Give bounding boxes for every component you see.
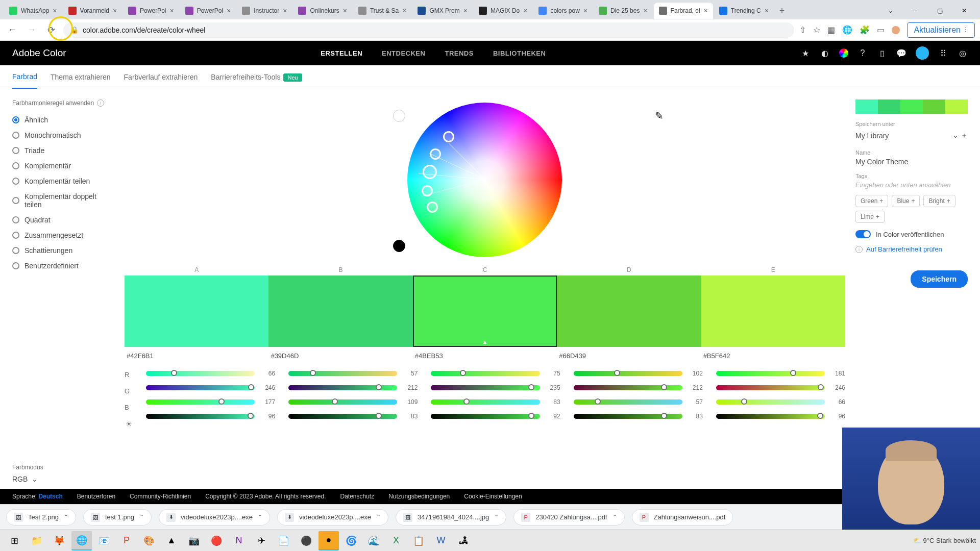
app-icon[interactable]: 📄 [274,531,294,550]
app-logo[interactable]: Adobe Color [12,47,66,59]
slider-r[interactable]: 102 [574,370,703,377]
wheel-handle-main[interactable] [423,165,437,179]
tag-chip[interactable]: Blue+ [892,195,920,207]
color-wheel-area[interactable]: ✎ [398,99,572,260]
app-icon[interactable]: 📋 [408,531,429,550]
theme-name-input[interactable]: My Color Theme [855,158,968,166]
download-item[interactable]: ⬇videodeluxe2023p....exe⌃ [277,509,388,525]
browser-tab[interactable]: colors pow× [533,3,593,19]
close-icon[interactable]: × [765,7,769,15]
download-item[interactable]: PZahlungsanweisun....pdf [632,509,733,525]
swatch-d[interactable] [557,276,701,347]
browser-tab[interactable]: Trust & Sa× [353,3,411,19]
browser-tab[interactable]: PowerPoi× [180,3,236,19]
slider-b[interactable]: 66 [716,398,845,406]
vlc-icon[interactable]: ▲ [161,531,182,550]
close-icon[interactable]: × [53,7,57,15]
slider-g[interactable]: 246 [716,384,845,391]
language-link[interactable]: Deutsch [38,493,62,500]
refresh-button[interactable]: Aktualisieren⋮ [907,22,975,38]
radio-komplementaer[interactable]: Komplementär [12,162,114,170]
apps-icon[interactable]: ⠿ [938,48,948,58]
library-select[interactable]: My Library⌄ ＋ [855,129,968,142]
chrome-icon[interactable]: 🌐 [71,531,92,550]
browser-tab-active[interactable]: Farbrad, ei× [654,3,713,19]
book-icon[interactable]: ▯ [877,48,887,58]
globe-icon[interactable]: 🌐 [842,25,852,35]
slider-l[interactable]: 92 [431,413,560,420]
hex-value[interactable]: #39D46D [268,352,412,360]
swatch-a[interactable] [125,276,268,347]
onenote-icon[interactable]: N [229,531,249,550]
eyedropper-icon[interactable]: ✎ [655,110,664,122]
tag-chip[interactable]: Bright+ [923,195,955,207]
app-icon[interactable]: 🌀 [341,531,361,550]
star-icon[interactable]: ☆ [813,25,820,35]
swatch-e[interactable] [701,276,845,347]
browser-tab[interactable]: Trending C× [714,3,774,19]
tag-chip[interactable]: Lime+ [855,211,885,223]
app-icon[interactable]: 🔴 [206,531,227,550]
slider-r[interactable]: 66 [146,370,275,377]
extension-icon[interactable]: ▦ [827,25,835,35]
radio-triade[interactable]: Triade [12,146,114,155]
back-icon[interactable]: ← [5,23,19,37]
swatch-b[interactable] [268,276,412,347]
moon-icon[interactable]: ◐ [820,48,830,58]
footer-link[interactable]: Datenschutz [340,493,374,500]
share-icon[interactable]: ⇧ [799,25,806,35]
white-dot[interactable] [393,110,405,122]
powerpoint-icon[interactable]: P [116,531,137,550]
radio-benutzer[interactable]: Benutzerdefiniert [12,262,114,270]
close-icon[interactable]: × [227,7,231,15]
maximize-icon[interactable]: ▢ [928,3,951,19]
hex-value[interactable]: #66D439 [557,352,701,360]
edge-icon[interactable]: 🌊 [363,531,384,550]
chevron-up-icon[interactable]: ⌃ [376,514,381,520]
profile-avatar[interactable] [892,26,900,34]
radio-zusammen[interactable]: Zusammengesetzt [12,231,114,239]
close-icon[interactable]: × [583,7,587,15]
radio-aehnlich[interactable]: Ähnlich [12,116,114,124]
browser-tab[interactable]: WhatsApp× [4,3,62,19]
close-icon[interactable]: × [113,7,117,15]
save-button[interactable]: Speichern [911,270,968,288]
a11y-check-link[interactable]: i Auf Barrierefreiheit prüfen [855,245,968,253]
download-item[interactable]: P230420 Zahlungsa....pdf⌃ [513,509,624,525]
nav-erstellen[interactable]: ERSTELLEN [321,49,362,57]
reload-icon[interactable]: ⟳ [44,23,58,37]
slider-l[interactable]: 96 [716,413,845,420]
close-icon[interactable]: × [169,7,174,15]
slider-l[interactable]: 96 [146,413,275,420]
app-icon[interactable]: 📷 [184,531,204,550]
radio-quadrat[interactable]: Quadrat [12,216,114,224]
tab-farbverlauf[interactable]: Farbverlauf extrahieren [124,73,198,88]
radio-mono[interactable]: Monochromatisch [12,131,114,139]
slider-b[interactable]: 177 [146,398,275,406]
chevron-up-icon[interactable]: ⌃ [64,514,68,520]
farbmodus-select[interactable]: RGB⌄ [12,475,114,483]
chevron-up-icon[interactable]: ⌃ [494,514,499,520]
browser-tab[interactable]: Instructor× [237,3,292,19]
slider-r[interactable]: 75 [431,370,560,377]
tab-farbrad[interactable]: Farbrad [12,72,37,89]
explorer-icon[interactable]: 📁 [27,531,47,550]
app-icon[interactable]: ● [318,531,339,550]
wheel-handle[interactable] [422,185,433,196]
slider-r[interactable]: 181 [716,370,845,377]
browser-tab[interactable]: MAGIX Do× [474,3,533,19]
address-bar[interactable]: 🔒 color.adobe.com/de/create/color-wheel [63,22,794,38]
nav-entdecken[interactable]: ENTDECKEN [382,49,425,57]
tab-barrierefreiheit[interactable]: Barrierefreiheits-ToolsNeu [211,73,302,88]
outlook-icon[interactable]: 📧 [94,531,114,550]
publish-toggle[interactable] [855,230,871,238]
telegram-icon[interactable]: ✈ [251,531,272,550]
tab-thema[interactable]: Thema extrahieren [51,73,111,88]
slider-l[interactable]: 83 [574,413,703,420]
radio-komp-doppelt[interactable]: Komplementär doppelt teilen [12,192,114,209]
close-icon[interactable]: × [704,7,708,15]
slider-l[interactable]: 83 [288,413,418,420]
chevron-up-icon[interactable]: ⌃ [612,514,617,520]
close-window-icon[interactable]: ✕ [952,3,976,19]
close-icon[interactable]: × [463,7,468,15]
